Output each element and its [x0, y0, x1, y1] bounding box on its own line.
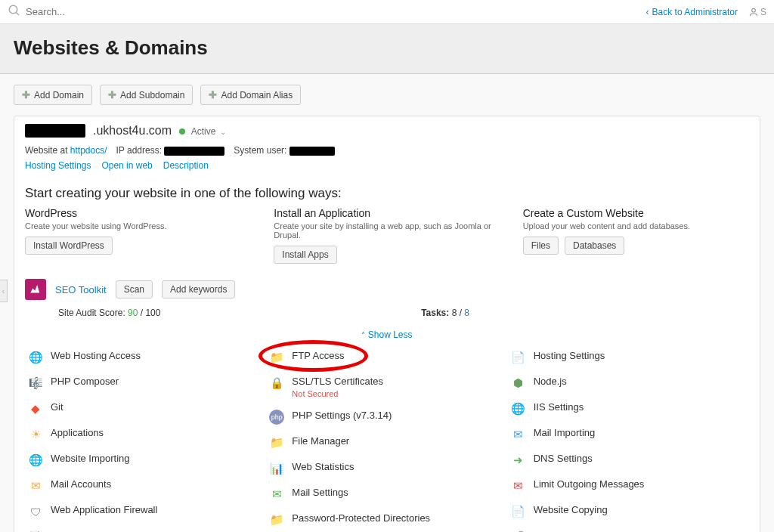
open-in-web-link[interactable]: Open in web: [101, 160, 152, 171]
logs-item[interactable]: 📄Logs: [25, 524, 266, 532]
dns-settings-label: DNS Settings: [534, 453, 593, 466]
website-at-label: Website at: [25, 145, 67, 156]
web-hosting-access-label: Web Hosting Access: [51, 350, 141, 363]
databases-button[interactable]: Databases: [565, 237, 624, 255]
active-dot-icon: [179, 128, 185, 135]
redacted-domain-prefix: [25, 124, 85, 138]
back-to-admin-link[interactable]: ‹ Back to Administrator: [646, 7, 738, 17]
add-domain-alias-button[interactable]: ✚Add Domain Alias: [200, 85, 301, 105]
ip-label: IP address:: [116, 145, 162, 156]
hosting-settings-item-item[interactable]: 📄Hosting Settings: [508, 345, 749, 370]
password-protected-icon: 📁: [269, 512, 284, 527]
ftp-access-icon: 📁: [269, 350, 284, 365]
top-bar: ‹ Back to Administrator S: [0, 0, 774, 24]
sidebar-collapse-tab[interactable]: ‹: [0, 280, 8, 302]
applications-icon: ☀: [28, 427, 43, 442]
create-options: WordPress Create your website using Word…: [14, 207, 760, 274]
domain-name[interactable]: .ukhost4u.com: [93, 124, 172, 138]
web-app-firewall-label: Web Application Firewall: [51, 504, 157, 517]
add-alias-label: Add Domain Alias: [221, 90, 293, 101]
applications-item[interactable]: ☀Applications: [25, 422, 266, 447]
topbar-right: ‹ Back to Administrator S: [646, 7, 766, 17]
create-wordpress: WordPress Create your website using Word…: [25, 207, 251, 264]
add-domain-label: Add Domain: [34, 90, 84, 101]
description-link[interactable]: Description: [163, 160, 209, 171]
web-statistics-item[interactable]: 📊Web Statistics: [266, 456, 507, 481]
grid-col-1: 🌐Web Hosting Access🎼PHP Composer◆Git☀App…: [25, 345, 266, 532]
limit-outgoing-icon: ✉: [511, 478, 526, 493]
back-link-label: Back to Administrator: [652, 7, 738, 17]
search-wrap[interactable]: [8, 4, 252, 20]
php-composer-item[interactable]: 🎼PHP Composer: [25, 370, 266, 396]
status-indicator[interactable]: Active ⌄: [179, 125, 226, 137]
mail-settings-icon: ✉: [269, 487, 284, 502]
website-importing-item[interactable]: 🌐Website Importing: [25, 447, 266, 473]
iis-settings-label: IIS Settings: [534, 401, 584, 414]
files-button[interactable]: Files: [523, 237, 559, 255]
seo-icon: [25, 279, 46, 300]
chevron-down-icon: ⌄: [220, 128, 226, 136]
install-wordpress-button[interactable]: Install WordPress: [25, 237, 113, 255]
content: ✚Add Domain ✚Add Subdomain ✚Add Domain A…: [0, 74, 774, 532]
plus-icon: ✚: [22, 89, 30, 101]
seo-scan-button[interactable]: Scan: [116, 280, 153, 298]
git-icon: ◆: [28, 401, 43, 416]
website-copying-item[interactable]: 📄Website Copying: [508, 499, 749, 524]
mail-accounts-icon: ✉: [28, 478, 43, 493]
ssl-certs-icon: 🔒: [269, 376, 284, 391]
password-protected-item[interactable]: 📁Password-Protected Directories: [266, 507, 507, 532]
add-subdomain-button[interactable]: ✚Add Subdomain: [100, 85, 193, 105]
domain-head: .ukhost4u.com Active ⌄: [14, 116, 760, 145]
iis-settings-item[interactable]: 🌐IIS Settings: [508, 396, 749, 422]
ip-address: IP address:: [116, 145, 225, 156]
dns-settings-item[interactable]: ➜DNS Settings: [508, 447, 749, 473]
applications-label: Applications: [51, 427, 104, 440]
user-menu[interactable]: S: [748, 7, 766, 17]
tasks-total-link[interactable]: 8: [464, 308, 469, 318]
web-hosting-access-item[interactable]: 🌐Web Hosting Access: [25, 345, 266, 370]
hosting-settings-link[interactable]: Hosting Settings: [25, 160, 91, 171]
limit-outgoing-item[interactable]: ✉Limit Outgoing Messages: [508, 473, 749, 499]
page-header: Websites & Domains: [0, 24, 774, 74]
mail-accounts-label: Mail Accounts: [51, 478, 111, 491]
ssl-certs-sublabel: Not Secured: [292, 388, 383, 399]
password-protected-label: Password-Protected Directories: [292, 512, 430, 525]
mail-importing-item[interactable]: ✉Mail Importing: [508, 422, 749, 447]
mail-settings-item[interactable]: ✉Mail Settings: [266, 481, 507, 507]
search-input[interactable]: [26, 6, 252, 17]
nodejs-label: Node.js: [534, 376, 567, 388]
web-hosting-access-icon: 🌐: [28, 350, 43, 365]
svg-line-1: [16, 12, 19, 15]
git-item[interactable]: ◆Git: [25, 396, 266, 422]
php-settings-label: PHP Settings (v7.3.14): [292, 410, 392, 422]
git-label: Git: [51, 401, 63, 414]
file-manager-item[interactable]: 📁File Manager: [266, 430, 507, 456]
show-less-row: ˄ Show Less: [14, 324, 760, 345]
iis-settings-icon: 🌐: [511, 401, 526, 416]
seo-add-keywords-button[interactable]: Add keywords: [162, 280, 235, 298]
install-apps-button[interactable]: Install Apps: [274, 246, 336, 264]
web-app-firewall-item[interactable]: 🛡Web Application Firewall: [25, 499, 266, 524]
mail-accounts-item[interactable]: ✉Mail Accounts: [25, 473, 266, 499]
ssl-certs-item[interactable]: 🔒SSL/TLS CertificatesNot Secured: [266, 370, 507, 404]
svg-point-0: [9, 5, 17, 14]
show-less-button[interactable]: ˄ Show Less: [361, 329, 412, 340]
search-icon: [8, 4, 21, 20]
website-at: Website at httpdocs/: [25, 145, 107, 156]
create-custom: Create a Custom Website Upload your web …: [523, 207, 749, 264]
add-domain-button[interactable]: ✚Add Domain: [14, 85, 92, 105]
httpdocs-link[interactable]: httpdocs/: [70, 145, 107, 156]
php-settings-item[interactable]: phpPHP Settings (v7.3.14): [266, 404, 507, 430]
file-manager-label: File Manager: [292, 435, 349, 448]
chevron-left-icon: ‹: [646, 7, 649, 17]
redacted-ip: [164, 147, 224, 156]
plus-icon: ✚: [108, 89, 116, 101]
hotlink-protection-item[interactable]: 🔗Hotlink Protection: [508, 524, 749, 532]
mail-importing-icon: ✉: [511, 427, 526, 442]
seo-toolkit-link[interactable]: SEO Toolkit: [55, 284, 107, 295]
nodejs-item[interactable]: ⬢Node.js: [508, 370, 749, 396]
website-importing-label: Website Importing: [51, 453, 130, 466]
ftp-access-item[interactable]: 📁FTP Access: [266, 345, 507, 370]
web-statistics-icon: 📊: [269, 461, 284, 476]
custom-title: Create a Custom Website: [523, 207, 749, 219]
